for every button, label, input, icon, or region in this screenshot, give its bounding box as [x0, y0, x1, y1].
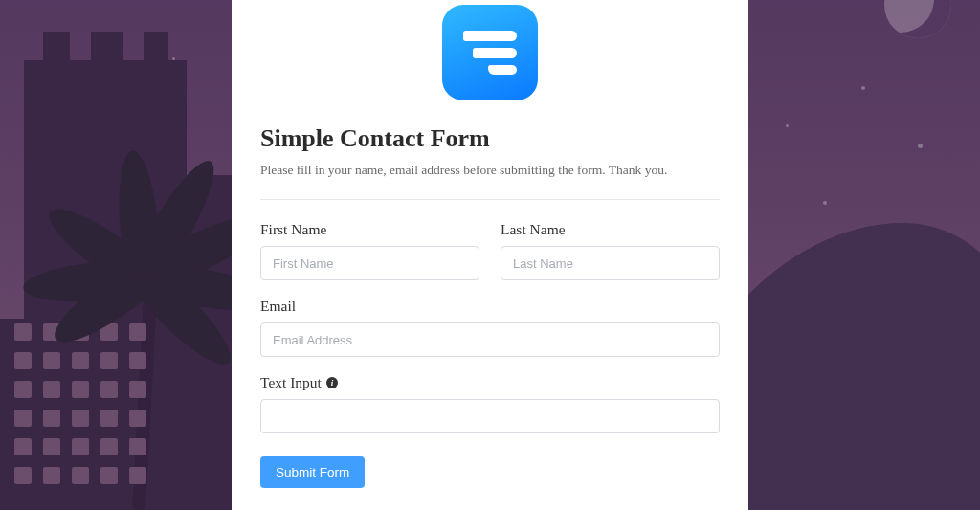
- first-name-label: First Name: [260, 221, 479, 238]
- email-label: Email: [260, 298, 720, 315]
- form-card: Simple Contact Form Please fill in your …: [232, 0, 748, 510]
- info-icon[interactable]: i: [326, 377, 338, 388]
- text-input-label: Text Input i: [260, 374, 720, 391]
- form-description: Please fill in your name, email address …: [260, 163, 720, 178]
- last-name-input[interactable]: [501, 246, 720, 280]
- email-input[interactable]: [260, 322, 720, 357]
- app-logo-icon: [442, 5, 538, 100]
- form-title: Simple Contact Form: [260, 124, 720, 153]
- last-name-label: Last Name: [501, 221, 720, 238]
- divider: [260, 199, 720, 200]
- submit-button[interactable]: Submit Form: [260, 456, 365, 488]
- text-input-field[interactable]: [260, 399, 720, 433]
- first-name-input[interactable]: [260, 246, 479, 280]
- text-input-label-text: Text Input: [260, 374, 322, 391]
